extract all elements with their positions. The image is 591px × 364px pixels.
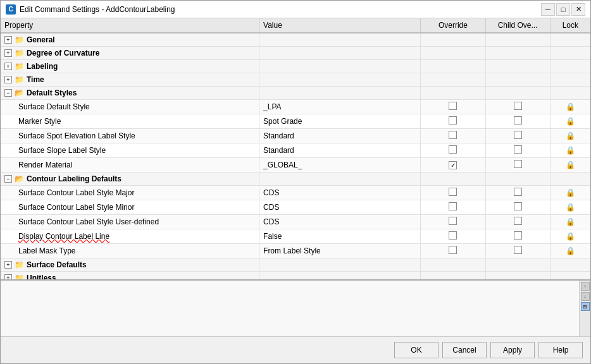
lock-icon-label-mask-type: 🔒 [566, 246, 575, 255]
table-row[interactable]: Surface Default Style_LPA🔒 [1, 100, 590, 114]
lock-icon-surface-default-style: 🔒 [566, 102, 575, 111]
preview-content [1, 281, 579, 336]
group-label-degree-of-curvature: Degree of Curvature [27, 49, 99, 58]
table-row[interactable]: Surface Contour Label Style MinorCDS🔒 [1, 200, 590, 215]
child-override-checkbox-surface-contour-label-style-major[interactable] [514, 188, 522, 196]
group-label-unitless: Unitless [27, 274, 56, 279]
override-checkbox-label-mask-type[interactable] [449, 246, 457, 254]
group-row-degree-of-curvature[interactable]: +📁Degree of Curvature [1, 47, 590, 60]
preview-tool-grid[interactable]: ⊞ [581, 302, 590, 311]
child-override-checkbox-display-contour-label-line[interactable] [514, 231, 522, 240]
override-checkbox-surface-slope-label-style[interactable] [449, 145, 457, 154]
override-checkbox-surface-contour-label-style-user-defined[interactable] [449, 217, 457, 225]
folder-icon-unitless: 📁 [15, 274, 24, 279]
folder-icon-general: 📁 [15, 35, 24, 44]
group-label-surface-defaults: Surface Defaults [27, 260, 87, 269]
override-checkbox-surface-spot-elevation-label-style[interactable] [449, 131, 457, 139]
override-checkbox-surface-default-style[interactable] [449, 102, 457, 110]
group-row-unitless[interactable]: +📁Unitless [1, 272, 590, 280]
expand-icon-unitless[interactable]: + [4, 274, 12, 279]
table-row[interactable]: Surface Spot Elevation Label StyleStanda… [1, 129, 590, 143]
group-label-contour-labeling-defaults: Contour Labeling Defaults [27, 174, 121, 183]
header-value: Value [259, 18, 421, 33]
table-wrapper: Property Value Override Child Ove... Loc… [1, 18, 590, 279]
expand-icon-default-styles[interactable]: − [4, 89, 12, 97]
override-checkbox-render-material[interactable] [449, 161, 457, 169]
override-checkbox-surface-contour-label-style-major[interactable] [449, 188, 457, 196]
table-row[interactable]: Surface Slope Label StyleStandard🔒 [1, 143, 590, 158]
group-label-labeling: Labeling [27, 62, 58, 71]
header-property: Property [1, 18, 259, 33]
preview-toolbar: ↑ ↓ ⊞ [579, 281, 590, 336]
group-row-surface-defaults[interactable]: +📁Surface Defaults [1, 258, 590, 272]
lock-icon-render-material: 🔒 [566, 161, 575, 169]
child-override-checkbox-marker-style[interactable] [514, 116, 522, 124]
preview-tool-down[interactable]: ↓ [581, 292, 590, 301]
group-label-general: General [27, 35, 55, 44]
table-row[interactable]: Label Mask TypeFrom Label Style🔒 [1, 244, 590, 258]
group-row-time[interactable]: +📁Time [1, 73, 590, 87]
header-lock: Lock [550, 18, 590, 33]
table-row[interactable]: Marker StyleSpot Grade🔒 [1, 114, 590, 129]
folder-icon-default-styles: 📂 [15, 88, 24, 97]
expand-icon-degree-of-curvature[interactable]: + [4, 49, 12, 57]
title-bar-left: C Edit Command Settings - AddContourLabe… [6, 4, 175, 15]
cancel-button[interactable]: Cancel [442, 342, 487, 358]
lock-icon-surface-contour-label-style-user-defined: 🔒 [566, 217, 575, 226]
minimize-button[interactable]: ─ [541, 3, 555, 16]
header-override: Override [421, 18, 485, 33]
expand-icon-labeling[interactable]: + [4, 63, 12, 70]
main-content: Property Value Override Child Ove... Loc… [1, 18, 590, 363]
table-scroll[interactable]: Property Value Override Child Ove... Loc… [1, 18, 590, 279]
table-row[interactable]: Surface Contour Label Style User-defined… [1, 215, 590, 229]
table-row[interactable]: Surface Contour Label Style MajorCDS🔒 [1, 186, 590, 200]
child-override-checkbox-surface-contour-label-style-minor[interactable] [514, 202, 522, 210]
child-override-checkbox-label-mask-type[interactable] [514, 246, 522, 254]
properties-table: Property Value Override Child Ove... Loc… [1, 18, 590, 279]
group-row-default-styles[interactable]: −📂Default Styles [1, 87, 590, 100]
ok-button[interactable]: OK [394, 342, 439, 358]
folder-icon-labeling: 📁 [15, 62, 24, 71]
child-override-checkbox-surface-spot-elevation-label-style[interactable] [514, 131, 522, 139]
override-checkbox-display-contour-label-line[interactable] [449, 231, 457, 240]
header-child-override: Child Ove... [485, 18, 550, 33]
group-row-labeling[interactable]: +📁Labeling [1, 60, 590, 73]
expand-icon-surface-defaults[interactable]: + [4, 261, 12, 269]
table-row[interactable]: Render Material_GLOBAL_🔒 [1, 158, 590, 173]
lock-icon-display-contour-label-line: 🔒 [566, 232, 575, 241]
child-override-checkbox-render-material[interactable] [514, 160, 522, 168]
override-checkbox-surface-contour-label-style-minor[interactable] [449, 202, 457, 210]
group-row-general[interactable]: +📁General [1, 33, 590, 47]
expand-icon-time[interactable]: + [4, 76, 12, 83]
child-override-checkbox-surface-slope-label-style[interactable] [514, 145, 522, 154]
folder-icon-degree-of-curvature: 📁 [15, 49, 24, 58]
group-label-default-styles: Default Styles [27, 88, 77, 97]
help-button[interactable]: Help [538, 342, 583, 358]
group-label-time: Time [27, 75, 44, 84]
preview-area: ↑ ↓ ⊞ [1, 279, 590, 336]
folder-icon-surface-defaults: 📁 [15, 260, 24, 269]
lock-icon-surface-contour-label-style-minor: 🔒 [566, 203, 575, 212]
folder-icon-contour-labeling-defaults: 📂 [15, 174, 24, 183]
child-override-checkbox-surface-contour-label-style-user-defined[interactable] [514, 217, 522, 225]
table-header-row: Property Value Override Child Ove... Loc… [1, 18, 590, 33]
footer: OK Cancel Apply Help [1, 336, 590, 363]
folder-icon-time: 📁 [15, 75, 24, 84]
app-icon: C [6, 4, 16, 15]
maximize-button[interactable]: □ [556, 3, 570, 16]
title-bar: C Edit Command Settings - AddContourLabe… [1, 1, 590, 18]
preview-tool-up[interactable]: ↑ [581, 282, 590, 291]
child-override-checkbox-surface-default-style[interactable] [514, 102, 522, 110]
main-window: C Edit Command Settings - AddContourLabe… [0, 0, 591, 364]
lock-icon-surface-slope-label-style: 🔒 [566, 146, 575, 155]
group-row-contour-labeling-defaults[interactable]: −📂Contour Labeling Defaults [1, 173, 590, 186]
lock-icon-marker-style: 🔒 [566, 117, 575, 126]
lock-icon-surface-contour-label-style-major: 🔒 [566, 188, 575, 197]
override-checkbox-marker-style[interactable] [449, 116, 457, 124]
apply-button[interactable]: Apply [490, 342, 535, 358]
table-area: Property Value Override Child Ove... Loc… [1, 18, 590, 279]
expand-icon-contour-labeling-defaults[interactable]: − [4, 175, 12, 183]
expand-icon-general[interactable]: + [4, 36, 12, 44]
table-row[interactable]: Display Contour Label LineFalse🔒 [1, 229, 590, 244]
close-button[interactable]: ✕ [571, 3, 585, 16]
